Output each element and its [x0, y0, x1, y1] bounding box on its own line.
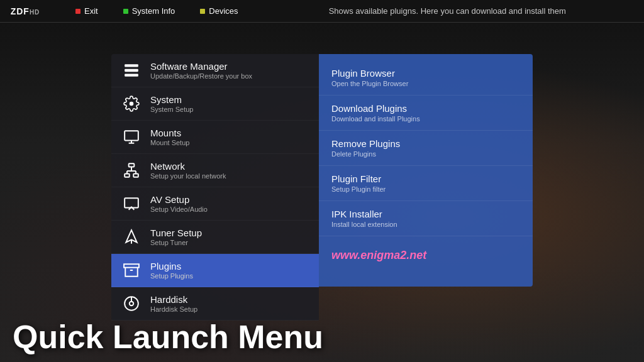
svg-point-3: [130, 102, 134, 106]
exit-label: Exit: [84, 6, 98, 16]
bottom-title: Quick Launch Menu: [0, 312, 644, 362]
network-icon: [121, 160, 142, 180]
plugin-browser-sub: Open the Plugin Browser: [331, 80, 520, 87]
plugins-title: Plugins: [150, 261, 193, 272]
website-link[interactable]: www.enigma2.net: [319, 236, 533, 268]
left-menu: Software Manager Update/Backup/Restore y…: [111, 54, 319, 321]
svg-rect-4: [125, 131, 138, 140]
svg-rect-0: [125, 64, 138, 67]
avsetup-title: AV Setup: [150, 194, 208, 205]
right-item-plugin-browser[interactable]: Plugin Browser Open the Plugin Browser: [319, 60, 533, 96]
menu-item-plugins[interactable]: Plugins Setup Plugins: [111, 254, 319, 287]
tuner-title: Tuner Setup: [150, 228, 202, 238]
plugin-filter-sub: Setup Plugin filter: [331, 185, 520, 193]
right-item-plugin-filter[interactable]: Plugin Filter Setup Plugin filter: [319, 166, 533, 201]
network-text: Network Setup your local network: [150, 161, 226, 180]
svg-point-19: [130, 302, 134, 306]
sysinfo-label: System Info: [132, 6, 175, 16]
tuner-sub: Setup Tuner: [150, 239, 202, 246]
mounts-icon: [121, 127, 142, 147]
system-icon: [121, 94, 142, 114]
bottom-title-text: Quick Launch Menu: [13, 318, 323, 356]
sysinfo-button[interactable]: System Info: [111, 0, 188, 23]
top-bar-buttons: Exit System Info Devices: [63, 0, 251, 23]
harddisk-icon: [121, 293, 142, 314]
network-sub: Setup your local network: [150, 172, 226, 180]
software-title: Software Manager: [150, 61, 252, 72]
logo: ZDFHD: [0, 6, 50, 16]
network-title: Network: [150, 161, 226, 172]
tuner-text: Tuner Setup Setup Tuner: [150, 228, 202, 246]
software-sub: Update/Backup/Restore your box: [150, 72, 252, 80]
svg-rect-8: [125, 173, 130, 177]
main-content: Software Manager Update/Backup/Restore y…: [0, 23, 644, 324]
remove-plugins-sub: Delete Plugins: [331, 150, 520, 158]
svg-rect-7: [129, 163, 135, 167]
green-dot-icon: [123, 9, 128, 14]
plugins-icon: [121, 260, 142, 280]
ipk-installer-title: IPK Installer: [331, 209, 520, 219]
svg-rect-1: [125, 69, 138, 72]
svg-rect-9: [133, 173, 138, 177]
menu-item-avsetup[interactable]: AV Setup Setup Video/Audio: [111, 187, 319, 221]
system-title: System: [150, 94, 193, 105]
subtitle: Shows available pluigns. Here you can do…: [251, 6, 644, 16]
plugin-browser-title: Plugin Browser: [331, 68, 520, 79]
remove-plugins-title: Remove Plugins: [331, 138, 520, 149]
menu-item-software[interactable]: Software Manager Update/Backup/Restore y…: [111, 54, 319, 87]
menu-item-tuner[interactable]: Tuner Setup Setup Tuner: [111, 221, 319, 254]
mounts-sub: Mount Setup: [150, 139, 189, 146]
menu-item-mounts[interactable]: Mounts Mount Setup: [111, 121, 319, 154]
logo-text: ZDFHD: [11, 6, 40, 16]
download-plugins-title: Download Plugins: [331, 103, 520, 114]
yellow-dot-icon: [200, 9, 205, 14]
devices-label: Devices: [209, 6, 238, 16]
download-plugins-sub: Download and install Plugins: [331, 115, 520, 123]
menu-item-system[interactable]: System System Setup: [111, 87, 319, 121]
right-item-download-plugins[interactable]: Download Plugins Download and install Pl…: [319, 96, 533, 131]
plugin-filter-title: Plugin Filter: [331, 173, 520, 184]
system-sub: System Setup: [150, 106, 193, 113]
avsetup-sub: Setup Video/Audio: [150, 206, 208, 213]
top-bar: ZDFHD Exit System Info Devices Shows ava…: [0, 0, 644, 23]
harddisk-text: Harddisk Harddisk Setup: [150, 294, 197, 313]
harddisk-title: Harddisk: [150, 294, 197, 305]
plugins-text: Plugins Setup Plugins: [150, 261, 193, 280]
software-icon: [121, 60, 142, 80]
svg-rect-2: [125, 74, 138, 76]
avsetup-icon: [121, 194, 142, 214]
avsetup-text: AV Setup Setup Video/Audio: [150, 194, 208, 213]
system-text: System System Setup: [150, 94, 193, 113]
exit-button[interactable]: Exit: [63, 0, 111, 23]
plugins-sub: Setup Plugins: [150, 272, 193, 280]
tuner-icon: [121, 227, 142, 247]
mounts-text: Mounts Mount Setup: [150, 128, 189, 146]
red-dot-icon: [75, 9, 80, 14]
right-item-ipk-installer[interactable]: IPK Installer Install local extension: [319, 201, 533, 236]
right-item-remove-plugins[interactable]: Remove Plugins Delete Plugins: [319, 131, 533, 166]
mounts-title: Mounts: [150, 128, 189, 138]
menu-item-network[interactable]: Network Setup your local network: [111, 154, 319, 187]
ipk-installer-sub: Install local extension: [331, 221, 520, 228]
svg-rect-16: [124, 264, 139, 267]
software-text: Software Manager Update/Backup/Restore y…: [150, 61, 252, 80]
devices-button[interactable]: Devices: [187, 0, 250, 23]
right-panel: Plugin Browser Open the Plugin Browser D…: [319, 54, 533, 287]
